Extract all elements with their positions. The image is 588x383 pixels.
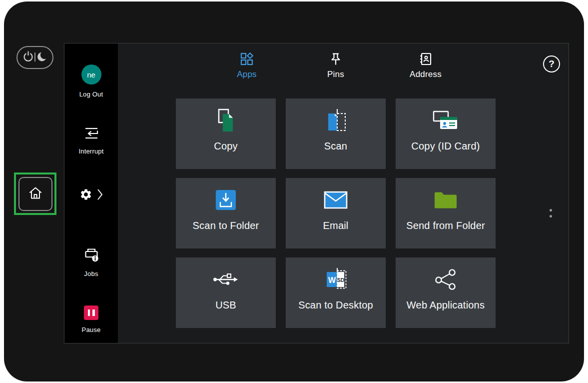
logout-label: Log Out — [79, 90, 103, 98]
power-sleep-icon — [21, 50, 48, 66]
app-tile-label: Send from Folder — [406, 220, 485, 232]
address-book-icon — [419, 52, 433, 66]
app-tile-label: USB — [215, 300, 236, 311]
device-bezel: ne Log Out Interrupt — [4, 2, 584, 382]
tab-apps[interactable]: Apps — [209, 52, 284, 80]
app-tile-scan-to-desktop[interactable]: W SD Scan to Desktop — [286, 258, 386, 328]
help-button[interactable]: ? — [543, 56, 560, 72]
app-tile-web-applications[interactable]: Web Applications — [396, 258, 496, 328]
home-icon — [28, 186, 43, 202]
app-tile-label: Email — [323, 220, 348, 232]
app-tile-send-from-folder[interactable]: Send from Folder — [396, 178, 496, 248]
app-tile-copy[interactable]: Copy — [176, 98, 276, 169]
help-question-icon: ? — [549, 58, 555, 70]
device-page: ne Log Out Interrupt — [0, 0, 588, 383]
pause-icon — [84, 306, 98, 320]
app-tile-label: Scan to Desktop — [298, 300, 373, 311]
app-tile-label: Copy — [214, 140, 238, 152]
wsd-sd-text: SD — [337, 277, 345, 283]
copy-icon — [213, 108, 238, 134]
home-button-highlight — [14, 172, 56, 215]
home-button[interactable] — [18, 177, 52, 211]
pause-button[interactable]: Pause — [64, 306, 118, 334]
interrupt-icon — [84, 126, 99, 142]
pin-icon — [329, 52, 342, 66]
tab-address[interactable]: Address — [388, 52, 463, 80]
web-applications-icon — [434, 266, 457, 292]
jobs-button[interactable]: Jobs — [64, 248, 118, 278]
interrupt-label: Interrupt — [78, 148, 103, 155]
apps-grid-icon — [240, 52, 254, 66]
jobs-printer-info-icon — [83, 248, 99, 264]
app-tile-label: Scan to Folder — [193, 220, 259, 232]
power-button[interactable] — [16, 46, 53, 69]
scan-icon — [324, 108, 348, 134]
sidebar: ne Log Out Interrupt — [64, 44, 118, 343]
tab-apps-label: Apps — [237, 70, 257, 80]
app-tile-copy-id-card[interactable]: Copy (ID Card) — [396, 98, 496, 169]
wsd-w-text: W — [328, 276, 336, 284]
page-dot[interactable] — [550, 215, 552, 218]
touchscreen: ne Log Out Interrupt — [64, 43, 569, 344]
interrupt-button[interactable]: Interrupt — [64, 126, 118, 155]
scan-to-folder-icon — [214, 187, 237, 213]
email-icon — [323, 187, 348, 213]
usb-icon — [212, 266, 239, 292]
user-avatar: ne — [81, 64, 101, 84]
app-tile-label: Copy (ID Card) — [411, 140, 480, 152]
app-grid: Copy Scan — [176, 98, 496, 328]
copy-id-card-icon — [432, 108, 460, 134]
app-tile-label: Web Applications — [407, 300, 485, 311]
app-tile-email[interactable]: Email — [286, 178, 386, 248]
tab-pins[interactable]: Pins — [298, 52, 373, 80]
send-from-folder-icon — [433, 187, 458, 213]
tab-address-label: Address — [410, 70, 442, 80]
app-tile-scan[interactable]: Scan — [286, 98, 386, 169]
chevron-right-icon — [97, 189, 103, 202]
page-indicator — [550, 209, 552, 218]
settings-gear-icon — [79, 188, 92, 202]
app-tile-label: Scan — [324, 140, 347, 152]
tab-pins-label: Pins — [327, 70, 344, 80]
app-tile-scan-to-folder[interactable]: Scan to Folder — [176, 178, 276, 248]
settings-button[interactable] — [64, 188, 118, 202]
app-tile-usb[interactable]: USB — [176, 258, 276, 328]
logout-button[interactable]: ne Log Out — [64, 64, 118, 98]
scan-to-desktop-icon: W SD — [323, 266, 349, 292]
page-dot[interactable] — [550, 209, 552, 212]
pause-label: Pause — [82, 326, 101, 334]
jobs-label: Jobs — [84, 270, 98, 278]
